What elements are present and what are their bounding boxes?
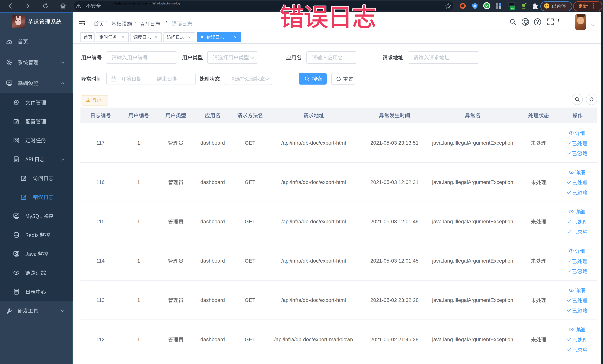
svg-text:on: on (511, 7, 514, 10)
